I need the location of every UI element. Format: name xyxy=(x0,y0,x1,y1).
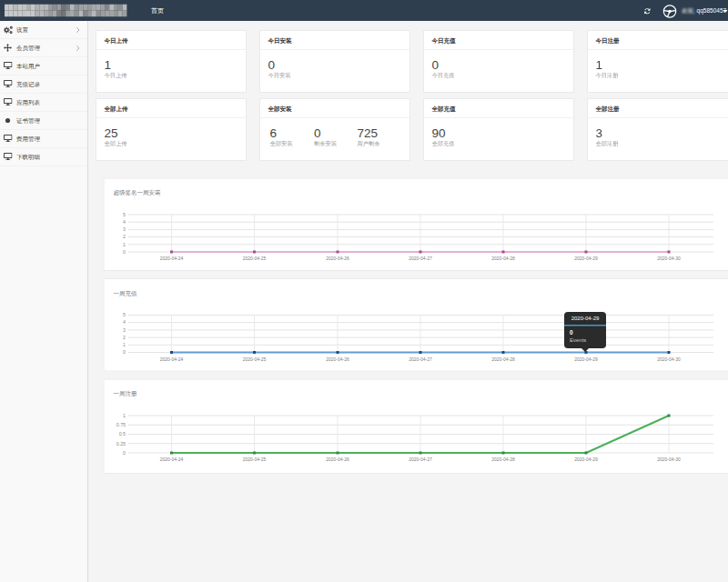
svg-text:1: 1 xyxy=(123,242,126,247)
svg-text:0: 0 xyxy=(123,349,126,355)
svg-text:2020-04-27: 2020-04-27 xyxy=(409,256,432,261)
svg-text:2020-04-24: 2020-04-24 xyxy=(160,256,184,261)
svg-text:0.25: 0.25 xyxy=(116,441,126,447)
svg-text:1: 1 xyxy=(123,342,126,347)
svg-text:2020-04-29: 2020-04-29 xyxy=(574,457,598,462)
svg-text:2020-04-28: 2020-04-28 xyxy=(491,256,515,261)
svg-text:4: 4 xyxy=(123,319,126,325)
svg-text:2020-04-26: 2020-04-26 xyxy=(326,457,349,462)
svg-text:2020-04-30: 2020-04-30 xyxy=(657,457,681,462)
svg-text:1: 1 xyxy=(123,413,126,418)
svg-text:5: 5 xyxy=(123,212,126,217)
svg-text:3: 3 xyxy=(123,226,126,232)
svg-text:3: 3 xyxy=(123,327,126,333)
svg-text:2020-04-25: 2020-04-25 xyxy=(243,457,267,462)
svg-text:2020-04-29: 2020-04-29 xyxy=(574,356,598,362)
svg-text:2020-04-24: 2020-04-24 xyxy=(160,356,184,362)
svg-text:0.5: 0.5 xyxy=(119,431,126,436)
svg-text:2020-04-30: 2020-04-30 xyxy=(657,356,681,362)
svg-text:2020-04-30: 2020-04-30 xyxy=(657,256,681,261)
svg-text:2020-04-25: 2020-04-25 xyxy=(243,356,267,362)
svg-text:2020-04-28: 2020-04-28 xyxy=(491,457,515,462)
svg-text:0: 0 xyxy=(123,249,126,255)
svg-text:2020-04-26: 2020-04-26 xyxy=(326,356,349,362)
svg-text:4: 4 xyxy=(123,219,126,225)
svg-text:2020-04-29: 2020-04-29 xyxy=(574,256,598,261)
svg-text:0: 0 xyxy=(123,450,126,456)
svg-text:2: 2 xyxy=(123,335,126,340)
svg-text:5: 5 xyxy=(123,312,126,317)
svg-text:2: 2 xyxy=(123,234,126,239)
svg-text:2020-04-25: 2020-04-25 xyxy=(243,256,267,261)
svg-text:2020-04-24: 2020-04-24 xyxy=(160,457,184,462)
svg-text:2020-04-28: 2020-04-28 xyxy=(491,356,515,362)
svg-text:2020-04-26: 2020-04-26 xyxy=(326,256,349,261)
svg-text:2020-04-27: 2020-04-27 xyxy=(409,356,432,362)
svg-text:0.75: 0.75 xyxy=(116,422,126,427)
svg-text:2020-04-27: 2020-04-27 xyxy=(409,457,432,462)
